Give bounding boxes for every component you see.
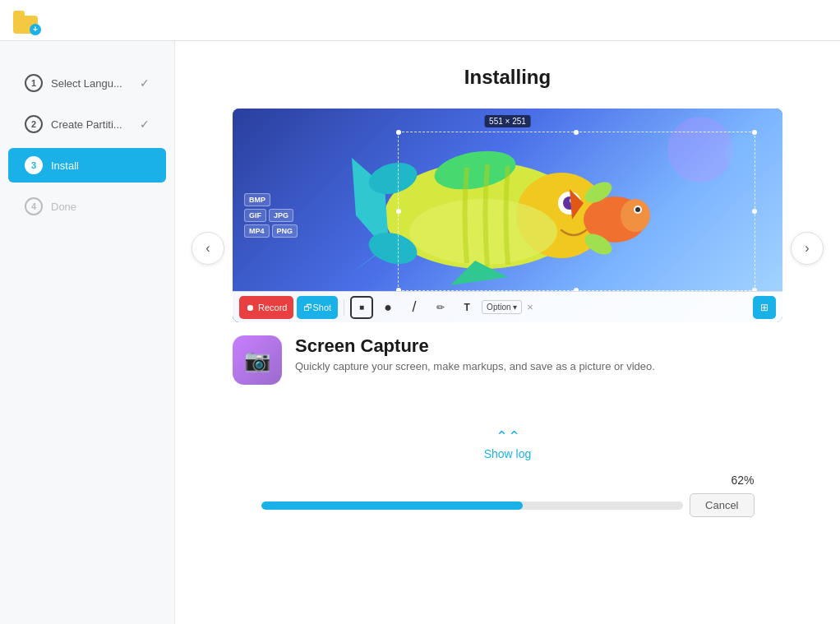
shot-label: Shot	[312, 303, 331, 312]
app-preview-image: 551 × 251 BM	[233, 109, 782, 322]
step-3-num: 3	[25, 156, 43, 174]
record-icon: ⏺	[246, 303, 255, 312]
step-1-label: Select Langu...	[51, 77, 132, 90]
app-icon-preview: 📷	[233, 335, 282, 385]
step-3-label: Install	[51, 159, 141, 172]
carousel-content: 551 × 251 BM	[233, 109, 782, 388]
app-info: 📷 Screen Capture Quickly capture your sc…	[233, 322, 782, 388]
step-1-num: 1	[25, 74, 43, 92]
record-label: Record	[258, 303, 287, 312]
carousel: ‹	[192, 109, 824, 388]
carousel-next-button[interactable]: ›	[791, 232, 824, 265]
step-2-check: ✓	[140, 118, 150, 131]
step-4: 4 Done	[8, 189, 166, 224]
svg-point-12	[621, 199, 650, 232]
shot-icon: 🗗	[303, 303, 312, 312]
chevrons-up-icon: ⌃⌃	[496, 429, 520, 444]
sidebar: 1 Select Langu... ✓ 2 Create Partiti... …	[0, 41, 175, 624]
circle-tool-button[interactable]: ●	[376, 296, 399, 319]
circle-icon: ●	[384, 300, 392, 315]
step-1[interactable]: 1 Select Langu... ✓	[8, 66, 166, 100]
option-button[interactable]: Option ▾	[482, 300, 522, 314]
preview-toolbar: ⏺ Record 🗗 Shot ■ ●	[233, 291, 782, 322]
text-icon: T	[464, 302, 469, 313]
topbar	[0, 0, 840, 41]
pen-tool-button[interactable]: ✏	[429, 296, 452, 319]
gif-badge: GIF	[244, 209, 266, 222]
step-3[interactable]: 3 Install	[8, 148, 166, 183]
step-2-num: 2	[25, 115, 43, 133]
step-1-check: ✓	[140, 76, 150, 90]
text-tool-button[interactable]: T	[455, 296, 478, 319]
progress-bar-container: Cancel	[261, 493, 755, 517]
show-log-button[interactable]: Show log	[484, 447, 532, 460]
app-text: Screen Capture Quickly capture your scre…	[295, 335, 655, 372]
capture-button[interactable]: ⊞	[753, 296, 776, 319]
camera-icon: 📷	[244, 348, 270, 373]
record-button[interactable]: ⏺ Record	[239, 296, 293, 319]
preview-dimensions-label: 551 × 251	[484, 115, 531, 127]
fish-illustration	[233, 109, 782, 322]
app-icon	[13, 7, 39, 34]
main-content: Installing ‹	[175, 41, 840, 624]
page-title: Installing	[464, 66, 551, 89]
progress-section: 62% Cancel	[261, 474, 755, 517]
step-2-label: Create Partiti...	[51, 118, 132, 131]
step-4-num: 4	[25, 197, 43, 215]
format-badges: BMP GIF JPG MP4 PNG	[244, 193, 298, 238]
rect-tool-button[interactable]: ■	[350, 296, 373, 319]
progress-bar-fill	[261, 502, 523, 510]
rect-icon: ■	[359, 303, 364, 312]
pen-icon: ✏	[436, 302, 445, 313]
svg-point-15	[635, 207, 640, 212]
shot-button[interactable]: 🗗 Shot	[297, 296, 338, 319]
toolbar-close-button[interactable]: ×	[527, 301, 533, 313]
png-badge: PNG	[272, 224, 298, 238]
show-log-section: ⌃⌃ Show log	[484, 429, 532, 460]
step-2[interactable]: 2 Create Partiti... ✓	[8, 107, 166, 141]
carousel-prev-button[interactable]: ‹	[192, 232, 224, 265]
layout: 1 Select Langu... ✓ 2 Create Partiti... …	[0, 41, 840, 624]
app-name: Screen Capture	[295, 335, 655, 357]
mp4-badge: MP4	[244, 224, 270, 238]
jpg-badge: JPG	[269, 209, 293, 222]
cancel-button[interactable]: Cancel	[690, 493, 754, 517]
app-description: Quickly capture your screen, make markup…	[295, 360, 655, 372]
capture-icon: ⊞	[760, 302, 768, 313]
line-tool-button[interactable]: /	[403, 296, 426, 319]
bmp-badge: BMP	[244, 193, 270, 206]
progress-percent: 62%	[731, 474, 754, 487]
progress-bar-track	[261, 502, 684, 510]
step-4-label: Done	[51, 201, 141, 213]
line-icon: /	[413, 298, 417, 316]
